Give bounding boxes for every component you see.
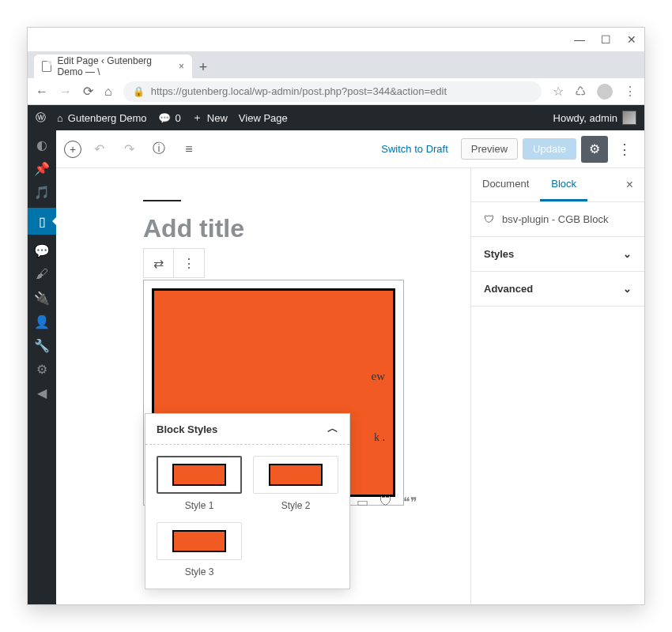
post-title-input[interactable]: Add title	[143, 214, 455, 243]
undo-icon[interactable]: ↶	[86, 137, 111, 162]
url-text: https://gutenberg.local/wp-admin/post.ph…	[151, 85, 447, 97]
preview-button[interactable]: Preview	[461, 138, 518, 160]
star-icon[interactable]: ☆	[553, 84, 564, 99]
block-appender: ▭ 🛡 ❝❞	[357, 495, 417, 510]
extension-icon[interactable]: ♺	[575, 84, 586, 99]
block-card: 🛡 bsv-plugin - CGB Block	[471, 202, 644, 237]
address-bar[interactable]: 🔒 https://gutenberg.local/wp-admin/post.…	[123, 81, 542, 102]
block-toolbar: ⇄ ⋮	[143, 248, 205, 278]
view-page-link[interactable]: View Page	[239, 112, 288, 124]
howdy-user[interactable]: Howdy, admin	[553, 111, 636, 125]
style-label: Style 3	[157, 566, 242, 577]
comments-link[interactable]: 💬 0	[158, 112, 181, 124]
minimize-icon[interactable]: —	[574, 33, 585, 46]
title-rule	[143, 200, 181, 201]
block-styles-popover: Block Styles ︿ Style 1Style 2Style 3	[145, 413, 350, 589]
more-menu-icon[interactable]: ⋮	[613, 141, 636, 158]
new-tab-button[interactable]: +	[192, 56, 214, 78]
maximize-icon[interactable]: ☐	[601, 33, 611, 46]
home-icon: ⌂	[57, 112, 63, 124]
plus-icon: ＋	[192, 111, 202, 125]
wp-logo-icon[interactable]: ⓦ	[36, 111, 46, 125]
add-block-button[interactable]: +	[64, 141, 81, 158]
comments-menu-icon[interactable]: 💬	[34, 243, 50, 258]
shield-icon[interactable]: 🛡	[379, 495, 392, 510]
comment-icon: 💬	[158, 112, 171, 124]
window-controls: — ☐ ✕	[28, 28, 644, 51]
info-icon[interactable]: ⓘ	[146, 137, 172, 162]
pin-icon[interactable]: 📌	[34, 160, 50, 176]
chevron-down-icon: ⌄	[623, 283, 632, 295]
tab-block[interactable]: Block	[540, 168, 587, 201]
plugins-icon[interactable]: 🔌	[34, 290, 50, 306]
dashboard-icon[interactable]: ◐	[34, 137, 50, 152]
switch-to-draft-link[interactable]: Switch to Draft	[381, 143, 448, 155]
media-icon[interactable]: 🎵	[34, 184, 50, 200]
style-option[interactable]: Style 2	[253, 456, 338, 511]
chevron-down-icon: ⌄	[623, 248, 632, 260]
pages-icon[interactable]: ▯	[28, 208, 56, 235]
quote-icon[interactable]: ❝❞	[403, 495, 417, 510]
update-button[interactable]: Update	[523, 138, 576, 160]
user-avatar-icon	[622, 111, 636, 125]
transform-block-icon[interactable]: ⇄	[144, 249, 174, 277]
popover-title: Block Styles	[157, 423, 217, 435]
tab-title: Edit Page ‹ Gutenberg Demo — \	[58, 55, 169, 77]
home-icon[interactable]: ⌂	[104, 85, 112, 99]
lock-icon: 🔒	[133, 86, 145, 97]
site-link[interactable]: ⌂ Gutenberg Demo	[57, 112, 147, 124]
screen-icon[interactable]: ▭	[357, 495, 368, 510]
close-window-icon[interactable]: ✕	[627, 33, 636, 46]
shield-icon: 🛡	[484, 213, 494, 225]
collapse-icon[interactable]: ◀	[34, 385, 50, 401]
users-icon[interactable]: 👤	[34, 314, 50, 329]
appearance-icon[interactable]: 🖌	[34, 266, 50, 282]
panel-advanced[interactable]: Advanced ⌄	[471, 272, 644, 307]
panel-styles[interactable]: Styles ⌄	[471, 237, 644, 272]
style-option[interactable]: Style 1	[157, 456, 242, 511]
style-label: Style 1	[157, 500, 242, 511]
style-option[interactable]: Style 3	[157, 522, 242, 577]
settings-icon[interactable]: ⚙	[34, 361, 50, 377]
forward-icon[interactable]: →	[59, 85, 72, 99]
tab-document[interactable]: Document	[471, 168, 540, 201]
close-tab-icon[interactable]: ×	[179, 61, 184, 72]
reload-icon[interactable]: ⟳	[83, 84, 93, 99]
browser-tab[interactable]: Edit Page ‹ Gutenberg Demo — \ ×	[34, 55, 192, 78]
page-icon	[42, 61, 51, 72]
chevron-up-icon[interactable]: ︿	[327, 422, 338, 436]
tools-icon[interactable]: 🔧	[34, 337, 50, 353]
profile-avatar-icon[interactable]	[597, 84, 613, 100]
browser-menu-icon[interactable]: ⋮	[624, 84, 636, 99]
new-content-link[interactable]: ＋ New	[192, 111, 228, 125]
close-sidebar-icon[interactable]: ×	[615, 168, 644, 201]
block-more-icon[interactable]: ⋮	[174, 249, 204, 277]
admin-menu: ◐ 📌 🎵 ▯ 💬 🖌 🔌 👤 🔧 ⚙ ◀	[28, 130, 56, 604]
outline-icon[interactable]: ≡	[176, 137, 202, 162]
block-name: bsv-plugin - CGB Block	[502, 213, 608, 225]
back-icon[interactable]: ←	[36, 85, 48, 99]
style-label: Style 2	[253, 500, 338, 511]
redo-icon[interactable]: ↷	[116, 137, 142, 162]
settings-gear-button[interactable]: ⚙	[581, 136, 608, 163]
